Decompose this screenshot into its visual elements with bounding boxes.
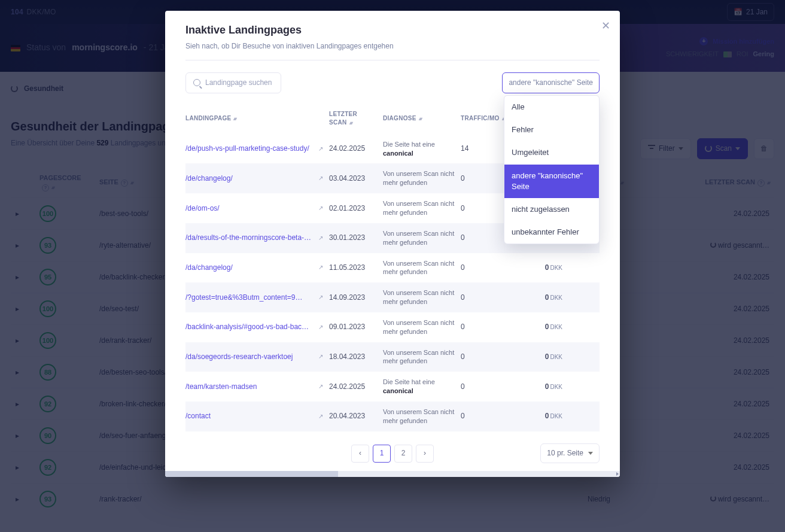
traffic-cell: 0 [461, 411, 497, 421]
last-scan-cell: 02.01.2023 [329, 203, 377, 214]
table-row: /backlink-analysis/#good-vs-bad-backli…↗… [185, 312, 600, 342]
last-scan-cell: 30.01.2023 [329, 233, 377, 243]
modal-controls: Landingpage suchen andere "kanonische" S… [185, 72, 600, 93]
close-icon[interactable]: ✕ [601, 20, 610, 31]
landingpage-link[interactable]: /de/push-vs-pull-marketing-case-study/ [185, 144, 312, 154]
last-scan-cell: 03.04.2023 [329, 174, 377, 184]
diagnosis-cell: Von unserem Scan nicht mehr gefunden [383, 408, 455, 425]
diagnosis-cell: Die Seite hat einecanonical [383, 140, 455, 158]
cost-cell: 0DKK [503, 411, 562, 421]
page-size-label: 10 pr. Seite [547, 448, 583, 458]
landingpage-cell: /backlink-analysis/#good-vs-bad-backli…↗ [185, 322, 323, 332]
landingpage-cell: /team/karsten-madsen↗ [185, 382, 323, 392]
col-last-scan[interactable]: LETZTER SCAN [329, 111, 357, 126]
traffic-cell: 0 [461, 263, 497, 273]
cost-cell: 0DKK [503, 293, 562, 303]
landingpage-link[interactable]: /de/om-os/ [185, 203, 312, 214]
sort-icon[interactable]: ▴▾ [349, 120, 352, 126]
landingpage-link[interactable]: /?gotest=true&%3Butm_content=9… [185, 293, 312, 303]
traffic-cell: 0 [461, 382, 497, 392]
landingpage-link[interactable]: /contact [185, 411, 312, 421]
diagnosis-cell: Von unserem Scan nicht mehr gefunden [383, 229, 455, 247]
col-traffic[interactable]: TRAFFIC/MO [461, 115, 500, 121]
horizontal-scrollbar[interactable] [165, 471, 620, 477]
search-input[interactable]: Landingpage suchen [185, 72, 281, 93]
diagnosis-cell: Die Seite hat einecanonical [383, 378, 455, 396]
search-placeholder: Landingpage suchen [205, 78, 272, 88]
landingpage-cell: /da/changelog/↗ [185, 263, 323, 273]
external-link-icon[interactable]: ↗ [318, 174, 323, 183]
chevron-down-icon [588, 452, 593, 455]
landingpage-link[interactable]: /da/results-of-the-morningscore-beta-s… [185, 233, 312, 243]
page-size-select[interactable]: 10 pr. Seite [540, 443, 600, 463]
dropdown-option[interactable]: unbekannter Fehler [504, 221, 599, 244]
traffic-cell: 0 [461, 293, 497, 303]
dropdown-option[interactable]: nicht zugelassen [504, 198, 599, 221]
external-link-icon[interactable]: ↗ [318, 263, 323, 272]
landingpage-link[interactable]: /da/changelog/ [185, 263, 312, 273]
last-scan-cell: 18.04.2023 [329, 352, 377, 362]
last-scan-cell: 24.02.2025 [329, 382, 377, 392]
landingpage-link[interactable]: /de/changelog/ [185, 174, 312, 184]
diagnosis-cell: Von unserem Scan nicht mehr gefunden [383, 318, 455, 336]
last-scan-cell: 20.04.2023 [329, 411, 377, 421]
landingpage-cell: /de/om-os/↗ [185, 203, 323, 214]
traffic-cell: 0 [461, 233, 497, 243]
sort-icon[interactable]: ▴▾ [233, 116, 236, 121]
dropdown-option[interactable]: andere "kanonische" Seite [504, 165, 599, 198]
external-link-icon[interactable]: ↗ [318, 382, 323, 391]
external-link-icon[interactable]: ↗ [318, 352, 323, 361]
external-link-icon[interactable]: ↗ [318, 293, 323, 302]
external-link-icon[interactable]: ↗ [318, 234, 323, 242]
table-row: /contact↗20.04.2023Von unserem Scan nich… [185, 402, 600, 431]
landingpage-cell: /de/changelog/↗ [185, 174, 323, 184]
sort-icon[interactable]: ▴▾ [419, 116, 421, 121]
landingpage-cell: /contact↗ [185, 411, 323, 421]
last-scan-cell: 09.01.2023 [329, 322, 377, 332]
cost-cell: 0DKK [503, 322, 562, 332]
pager-page-button[interactable]: 2 [394, 445, 412, 463]
filter-select-wrap: andere "kanonische" Seite AlleFehlerUmge… [502, 72, 600, 93]
traffic-cell: 14 [461, 144, 497, 154]
pager: ‹ 12 › 10 pr. Seite [185, 445, 600, 463]
traffic-cell: 0 [461, 174, 497, 184]
traffic-cell: 0 [461, 352, 497, 362]
diagnosis-cell: Von unserem Scan nicht mehr gefunden [383, 199, 455, 217]
diagnosis-cell: Von unserem Scan nicht mehr gefunden [383, 288, 455, 306]
external-link-icon[interactable]: ↗ [318, 412, 323, 421]
col-landingpage[interactable]: LANDINGPAGE [185, 115, 231, 121]
pager-next-button[interactable]: › [416, 445, 434, 463]
cost-cell: 0DKK [503, 263, 562, 273]
landingpage-cell: /da/soegeords-research-vaerktoej↗ [185, 352, 323, 362]
filter-value: andere "kanonische" Seite [509, 78, 593, 87]
table-row: /?gotest=true&%3Butm_content=9…↗14.09.20… [185, 282, 600, 312]
divider [185, 60, 600, 60]
traffic-cell: 0 [461, 203, 497, 214]
last-scan-cell: 11.05.2023 [329, 263, 377, 273]
diagnosis-cell: Von unserem Scan nicht mehr gefunden [383, 348, 455, 366]
landingpage-cell: /?gotest=true&%3Butm_content=9…↗ [185, 293, 323, 303]
landingpage-link[interactable]: /backlink-analysis/#good-vs-bad-backli… [185, 322, 312, 332]
dropdown-option[interactable]: Fehler [504, 118, 599, 141]
modal-subtitle: Sieh nach, ob Dir Besuche von inaktiven … [185, 41, 600, 51]
diagnosis-cell: Von unserem Scan nicht mehr gefunden [383, 259, 455, 277]
pager-prev-button[interactable]: ‹ [351, 445, 369, 463]
last-scan-cell: 14.09.2023 [329, 293, 377, 303]
external-link-icon[interactable]: ↗ [318, 323, 323, 332]
diagnosis-filter-select[interactable]: andere "kanonische" Seite [502, 72, 600, 93]
table-row: /da/changelog/↗11.05.2023Von unserem Sca… [185, 253, 600, 283]
external-link-icon[interactable]: ↗ [318, 145, 323, 153]
modal-title: Inaktive Landingpages [185, 23, 600, 38]
landingpage-link[interactable]: /team/karsten-madsen [185, 382, 312, 392]
col-diagnose[interactable]: DIAGNOSE [383, 115, 416, 121]
cost-cell: 0DKK [503, 382, 562, 392]
landingpage-cell: /de/push-vs-pull-marketing-case-study/↗ [185, 144, 323, 154]
table-row: /team/karsten-madsen↗24.02.2025Die Seite… [185, 372, 600, 402]
dropdown-option[interactable]: Alle [504, 96, 599, 118]
external-link-icon[interactable]: ↗ [318, 204, 323, 212]
diagnosis-cell: Von unserem Scan nicht mehr gefunden [383, 169, 455, 187]
pager-page-button[interactable]: 1 [373, 445, 391, 463]
last-scan-cell: 24.02.2025 [329, 144, 377, 154]
landingpage-link[interactable]: /da/soegeords-research-vaerktoej [185, 352, 312, 362]
dropdown-option[interactable]: Umgeleitet [504, 141, 599, 164]
